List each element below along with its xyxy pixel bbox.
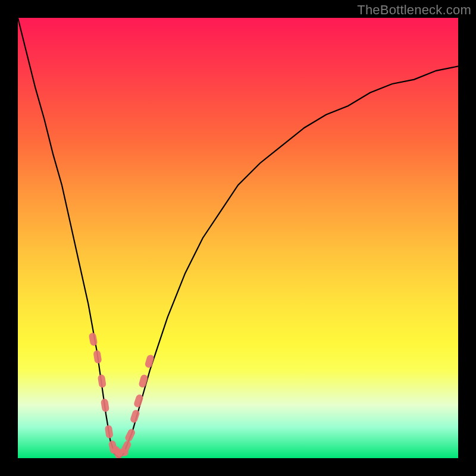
curve-marker-12 [138, 374, 149, 388]
curve-marker-2 [98, 374, 107, 389]
watermark-text: TheBottleneck.com [357, 2, 471, 18]
curve-marker-group [88, 332, 155, 458]
curve-marker-1 [93, 350, 102, 364]
curve-path [18, 18, 458, 458]
curve-marker-9 [124, 428, 136, 443]
bottleneck-curve [18, 18, 458, 458]
curve-marker-0 [88, 332, 98, 346]
chart-frame: TheBottleneck.com [0, 0, 476, 476]
chart-plot-area [18, 18, 458, 458]
curve-marker-13 [145, 354, 155, 368]
curve-marker-4 [105, 425, 114, 439]
curve-marker-3 [101, 398, 109, 412]
